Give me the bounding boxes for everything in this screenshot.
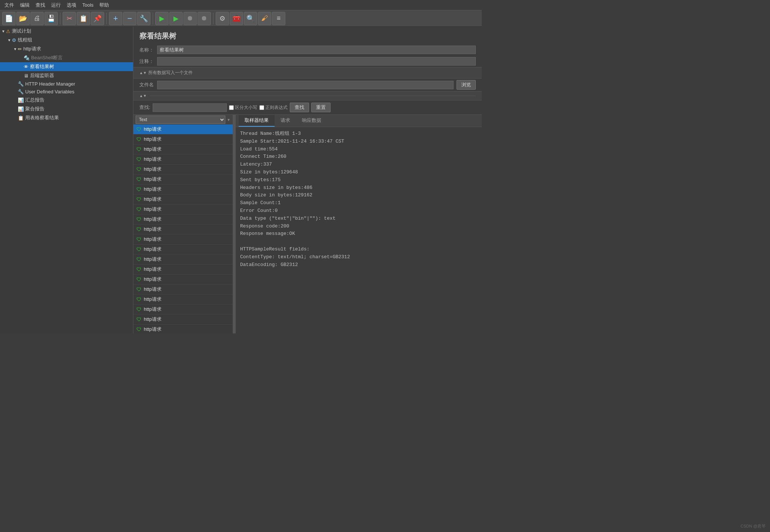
result-item[interactable]: 🛡 http请求 [133,235,233,245]
tab-response-data[interactable]: 响应数据 [296,115,327,127]
result-item[interactable]: 🛡 http请求 [133,305,233,315]
more-button[interactable]: ≡ [272,12,285,25]
tab-request[interactable]: 请求 [275,115,296,127]
comment-input[interactable] [157,57,476,66]
add-button[interactable]: + [109,12,122,25]
result-item[interactable]: 🛡 http请求 [133,255,233,265]
tab-sampler-results[interactable]: 取样器结果 [239,115,275,127]
cut-button[interactable]: ✂ [63,12,76,25]
result-item[interactable]: 🛡 http请求 [133,295,233,305]
remove-button[interactable]: − [123,12,136,25]
regex-checkbox[interactable] [259,105,264,110]
paste-button[interactable]: 📌 [91,12,104,25]
config-button[interactable]: 🔧 [137,12,150,25]
sidebar-item-backend-listener[interactable]: 🖥 后端监听器 [0,71,133,80]
comment-label: 注释： [139,58,154,65]
play-button[interactable]: ▶ [155,12,169,25]
sidebar-item-label: 聚合报告 [25,106,44,112]
collapse-arrows[interactable]: ▲▼ [139,71,147,75]
monitor-icon: 🖥 [24,73,29,79]
result-item[interactable]: 🛡 http请求 [133,144,233,154]
result-item[interactable]: 🛡 http请求 [133,164,233,174]
result-item[interactable]: 🛡 http请求 [133,285,233,295]
result-item-label: http请求 [144,216,162,223]
success-shield-icon: 🛡 [136,276,142,282]
result-item[interactable]: 🛡 http请求 [133,245,233,255]
sidebar-item-summary-report[interactable]: 📊 汇总报告 [0,96,133,104]
pencil-icon: ✏ [18,46,22,52]
beanshell-icon: 🔩 [24,55,30,61]
menu-help[interactable]: 帮助 [96,1,112,9]
result-item[interactable]: 🛡 http请求 [133,275,233,285]
sidebar-item-aggregate-report[interactable]: 📊 聚合报告 [0,104,133,113]
test-plan-icon: ⚠ [6,29,10,34]
chart2-icon: 📊 [18,106,24,112]
comment-row: 注释： [133,56,482,67]
result-item[interactable]: 🛡 http请求 [133,215,233,225]
sidebar-item-table-results[interactable]: 📋 用表格察看结果 [0,113,133,122]
browse-button[interactable]: 浏览 [457,80,476,90]
copy-button[interactable]: 📋 [77,12,90,25]
menu-tools[interactable]: Tools [79,1,96,9]
tools-button[interactable]: 🧰 [230,12,243,25]
menu-find[interactable]: 查找 [33,1,48,9]
result-item[interactable]: 🛡 http请求 [133,184,233,194]
sidebar-item-view-results[interactable]: 👁 察看结果树 [0,62,133,71]
play-green-button[interactable]: ▶ [169,12,183,25]
result-item[interactable]: 🛡 http请求 [133,124,233,134]
settings-button[interactable]: ⚙ [216,12,229,25]
filename-row: 文件名 浏览 [133,79,482,91]
case-sensitive-checkbox[interactable] [229,105,234,110]
result-item[interactable]: 🛡 http请求 [133,194,233,205]
success-shield-icon: 🛡 [136,136,142,142]
new-file-button[interactable]: 📄 [2,12,16,25]
format-select[interactable]: Text RegExp Tester CSS/JQuery Tester XPa… [136,116,225,124]
sidebar-item-label: http请求 [23,46,41,52]
result-item[interactable]: 🛡 http请求 [133,154,233,164]
table-icon: 📋 [18,115,24,121]
success-shield-icon: 🛡 [136,316,142,322]
sidebar-item-user-vars[interactable]: 🔧 User Defined Variables [0,88,133,96]
menu-edit[interactable]: 编辑 [17,1,33,9]
filename-input[interactable] [157,81,454,89]
result-item[interactable]: 🛡 http请求 [133,315,233,325]
dropdown-arrow[interactable]: ▼ [227,118,230,122]
result-item[interactable]: 🛡 http请求 [133,174,233,184]
success-shield-icon: 🛡 [136,236,142,242]
sidebar-item-test-plan[interactable]: ▼ ⚠ 测试计划 [0,27,133,36]
stop-gray-button[interactable]: ⏺ [198,12,211,25]
find-button[interactable]: 查找 [290,103,309,112]
stop-button[interactable]: ⏺ [183,12,197,25]
sidebar-item-http-request-parent[interactable]: ▼ ✏ http请求 [0,44,133,53]
result-item[interactable]: 🛡 http请求 [133,134,233,144]
result-item-label: http请求 [144,236,162,243]
detail-line: Response code:200 [240,223,477,230]
save-button[interactable]: 💾 [44,12,58,25]
detail-line: Size in bytes:129648 [240,169,477,176]
detail-line: Data type ("text"|"bin"|""): text [240,215,477,223]
result-item[interactable]: 🛡 http请求 [133,265,233,275]
brush-button[interactable]: 🖌 [258,12,271,25]
file-section-label: 所有数据写入一个文件 [148,70,193,76]
menu-run[interactable]: 运行 [48,1,64,9]
sidebar-item-http-header[interactable]: 🔧 HTTP Header Manager [0,80,133,88]
menu-file[interactable]: 文件 [1,1,17,9]
result-item[interactable]: 🛡 http请求 [133,205,233,215]
success-shield-icon: 🛡 [136,296,142,302]
print-button[interactable]: 🖨 [30,12,44,25]
result-item[interactable]: 🛡 http请求 [133,225,233,235]
name-input[interactable] [157,46,476,54]
reset-button[interactable]: 重置 [311,103,331,112]
sidebar-item-beanshell[interactable]: 🔩 BeanShell断言 [0,53,133,62]
menu-options[interactable]: 选项 [64,1,79,9]
open-file-button[interactable]: 📂 [16,12,30,25]
sidebar-item-thread-group[interactable]: ▼ ⚙ 线程组 [0,36,133,44]
sidebar-item-label: 线程组 [18,37,32,43]
result-item-label: http请求 [144,326,162,333]
detail-line: Sample Start:2021-11-24 16:33:47 CST [240,138,477,146]
expand-arrow-test-plan: ▼ [1,29,5,33]
result-item[interactable]: 🛡 http请求 [133,325,233,333]
sidebar-item-label: 后端监听器 [30,72,54,79]
search-input[interactable] [153,103,227,112]
search-button[interactable]: 🔍 [244,12,257,25]
